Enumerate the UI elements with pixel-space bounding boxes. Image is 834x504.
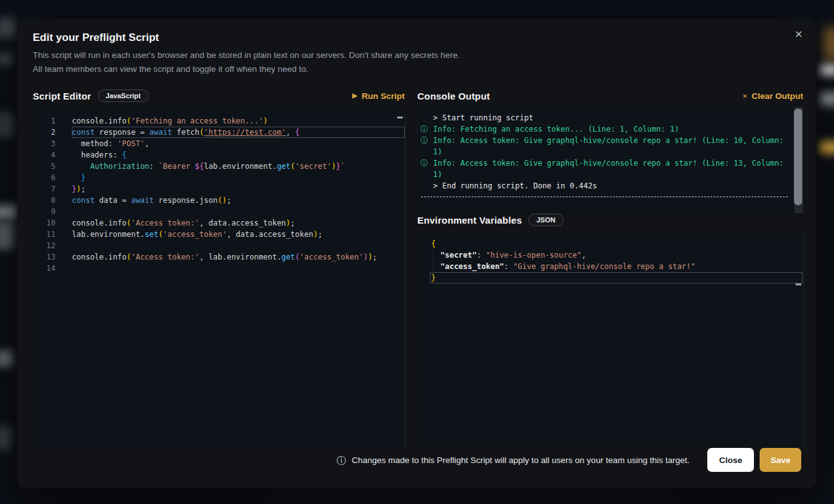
backdrop-blob [820, 64, 834, 76]
line-number: 10 [33, 217, 55, 229]
environment-variables-editor[interactable]: { "secret": "hive-is-open-source", "acce… [417, 233, 804, 446]
code-line[interactable]: 5 Authorization: `Bearer ${lab.environme… [33, 161, 405, 172]
play-icon: ▶ [352, 93, 357, 99]
console-output-title: Console Output [417, 91, 490, 101]
console-entry: > Start running script [417, 112, 803, 123]
console-info-icon: ⓘ [420, 135, 428, 146]
code-line[interactable]: 13console.info('Access token:', lab.envi… [33, 251, 405, 263]
console-output: > Start running scriptⓘInfo: Fetching an… [417, 107, 803, 213]
line-number: 12 [33, 240, 55, 251]
code-line[interactable]: 1console.info('Fetching an access token.… [33, 115, 405, 127]
line-number: 2 [33, 127, 55, 138]
line-number: 7 [33, 183, 55, 195]
code-line[interactable]: 6 } [33, 172, 405, 183]
code-line[interactable]: 4 headers: { [33, 149, 405, 161]
backdrop-blob [820, 92, 834, 106]
script-editor[interactable]: 1console.info('Fetching an access token.… [33, 110, 405, 449]
console-entry-text: > End running script. Done in 0.442s [433, 181, 597, 190]
env-json-line[interactable]: { [417, 238, 803, 249]
line-number: 3 [33, 138, 55, 149]
backdrop-blob [0, 112, 14, 137]
code-line[interactable]: 14 [33, 263, 405, 274]
backdrop-blob [0, 205, 16, 219]
modal-description-line2: All team members can view the script and… [33, 62, 460, 76]
line-number: 1 [33, 115, 55, 127]
console-entry: ⓘInfo: Access token: Give graphql-hive/c… [417, 158, 803, 180]
backdrop-blob [0, 222, 14, 249]
env-json-line[interactable]: "secret": "hive-is-open-source", [417, 249, 803, 261]
line-number: 11 [33, 229, 55, 240]
line-number: 4 [33, 149, 55, 161]
environment-variables-title: Environment Variables [417, 215, 522, 226]
backdrop-blob [0, 18, 15, 38]
modal-title: Edit your Preflight Script [33, 32, 159, 44]
modal-description-line1: This script will run in each user's brow… [33, 49, 460, 62]
code-line[interactable]: 7}); [33, 183, 405, 195]
backdrop-blob [820, 141, 834, 154]
backdrop-blob [0, 53, 13, 66]
code-line[interactable]: 3 method: 'POST', [33, 138, 405, 149]
run-script-label: Run Script [362, 91, 405, 101]
console-info-icon: ⓘ [420, 158, 428, 169]
clear-output-button[interactable]: × Clear Output [743, 91, 803, 101]
console-entry: ⓘInfo: Access token: Give graphql-hive/c… [417, 135, 803, 158]
preflight-script-modal: ✕ Edit your Preflight Script This script… [18, 19, 816, 488]
console-info-icon: ⓘ [420, 123, 428, 135]
console-entry-text: Info: Access token: Give graphql-hive/co… [433, 136, 789, 156]
clear-icon: × [743, 92, 748, 100]
save-button[interactable]: Save [760, 448, 801, 472]
line-number: 8 [33, 195, 55, 206]
env-json-line[interactable]: } [417, 272, 803, 284]
info-icon: ⓘ [337, 455, 346, 465]
backdrop-blob [271, 487, 675, 504]
code-line[interactable]: 8const data = await response.json(); [33, 195, 405, 206]
json-badge: JSON [528, 214, 564, 226]
code-line[interactable]: 11lab.environment.set('access_token', da… [33, 229, 405, 240]
run-script-button[interactable]: ▶ Run Script [352, 91, 405, 101]
backdrop-blob [824, 28, 834, 60]
console-entry-text: Info: Access token: Give graphql-hive/co… [433, 159, 789, 179]
javascript-badge: JavaScript [98, 89, 149, 102]
footer-note: ⓘ Changes made to this Preflight Script … [337, 455, 690, 465]
line-number: 14 [33, 263, 55, 274]
code-line[interactable]: 10console.info('Access token:', data.acc… [33, 217, 405, 229]
modal-footer: ⓘ Changes made to this Preflight Script … [33, 448, 801, 472]
modal-description: This script will run in each user's brow… [33, 49, 460, 76]
code-line[interactable]: 2const response = await fetch('https://t… [33, 127, 405, 138]
backdrop-blob [0, 350, 13, 367]
code-line[interactable]: 9 [33, 206, 405, 217]
code-line[interactable]: 12 [33, 240, 405, 251]
line-number: 13 [33, 251, 55, 263]
console-entry-text: Info: Fetching an access token... (Line:… [433, 125, 679, 134]
overview-ruler-mark [796, 284, 801, 285]
console-entry: ⓘInfo: Fetching an access token... (Line… [417, 123, 803, 135]
script-editor-title: Script Editor [33, 91, 91, 101]
close-icon[interactable]: ✕ [791, 26, 806, 42]
line-number: 9 [33, 206, 55, 217]
screen-backdrop: ✕ Edit your Preflight Script This script… [0, 0, 834, 504]
footer-note-text: Changes made to this Preflight Script wi… [352, 455, 690, 465]
line-number: 6 [33, 172, 55, 183]
close-button[interactable]: Close [707, 448, 755, 472]
line-number: 5 [33, 161, 55, 172]
console-entry: > End running script. Done in 0.442s [417, 180, 803, 192]
console-separator [421, 197, 788, 198]
console-entry-text: > Start running script [433, 113, 533, 122]
backdrop-blob [0, 426, 11, 450]
clear-output-label: Clear Output [751, 91, 803, 101]
env-json-line[interactable]: "access_token": "Give graphql-hive/conso… [417, 261, 803, 272]
